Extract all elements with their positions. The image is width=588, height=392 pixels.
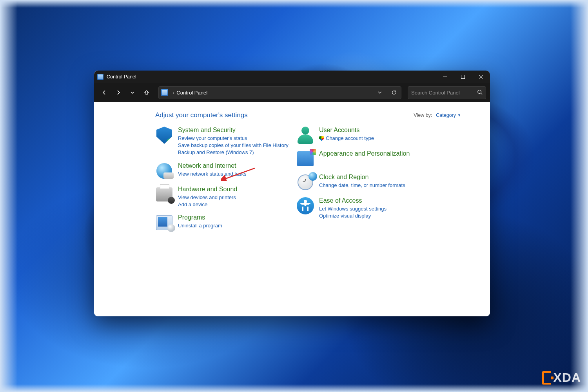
category-appearance-personalization: Appearance and Personalization: [296, 150, 434, 168]
category-title[interactable]: User Accounts: [319, 126, 374, 134]
category-title[interactable]: Network and Internet: [178, 162, 247, 170]
appearance-icon: [296, 150, 314, 168]
address-dropdown-button[interactable]: [373, 87, 387, 99]
navigation-bar: › Control Panel Search Control Panel: [94, 83, 490, 102]
printer-icon: [155, 185, 173, 203]
search-icon: [477, 89, 483, 96]
uac-shield-icon: [319, 136, 324, 141]
maximize-button[interactable]: [454, 71, 472, 83]
forward-button[interactable]: [112, 86, 125, 99]
shield-icon: [155, 126, 173, 144]
link-file-history[interactable]: Save backup copies of your files with Fi…: [178, 142, 289, 149]
breadcrumb-control-panel[interactable]: Control Panel: [176, 90, 207, 96]
back-button[interactable]: [98, 86, 111, 99]
address-bar-icon: [161, 89, 168, 96]
globe-icon: [155, 162, 173, 180]
link-review-status[interactable]: Review your computer's status: [178, 135, 289, 142]
link-change-account-type[interactable]: Change account type: [319, 135, 374, 142]
view-by-label: View by:: [414, 113, 432, 118]
address-bar[interactable]: › Control Panel: [158, 86, 401, 99]
control-panel-icon: [97, 74, 103, 80]
xda-watermark: XDA: [542, 370, 581, 385]
titlebar: Control Panel: [94, 71, 490, 83]
category-title[interactable]: System and Security: [178, 126, 289, 134]
view-by-control: View by: Category ▼: [414, 113, 461, 118]
svg-rect-1: [461, 75, 465, 79]
watermark-text: XDA: [553, 370, 581, 385]
window-title: Control Panel: [107, 74, 136, 80]
view-by-dropdown[interactable]: Category ▼: [436, 113, 461, 118]
category-ease-of-access: Ease of Access Let Windows suggest setti…: [296, 197, 434, 220]
clock-icon: [296, 173, 314, 191]
category-title[interactable]: Hardware and Sound: [178, 185, 237, 193]
category-system-security: System and Security Review your computer…: [155, 126, 292, 156]
xda-logo-icon: [542, 371, 551, 385]
link-backup-restore[interactable]: Backup and Restore (Windows 7): [178, 149, 289, 156]
svg-line-5: [481, 93, 483, 94]
chevron-down-icon: ▼: [457, 113, 461, 117]
recent-locations-button[interactable]: [126, 86, 139, 99]
svg-point-4: [478, 90, 481, 93]
link-suggest-settings[interactable]: Let Windows suggest settings: [319, 205, 387, 212]
chevron-right-icon: ›: [173, 91, 174, 95]
link-uninstall-program[interactable]: Uninstall a program: [178, 222, 222, 229]
control-panel-window: Control Panel › Control Panel: [94, 71, 490, 316]
link-add-device[interactable]: Add a device: [178, 201, 237, 208]
category-programs: Programs Uninstall a program: [155, 214, 292, 232]
page-heading: Adjust your computer's settings: [155, 111, 414, 119]
link-network-status[interactable]: View network status and tasks: [178, 171, 247, 178]
category-clock-region: Clock and Region Change date, time, or n…: [296, 173, 434, 191]
content-area: Adjust your computer's settings View by:…: [94, 102, 490, 316]
refresh-button[interactable]: [387, 87, 401, 99]
programs-icon: [155, 214, 173, 232]
minimize-button[interactable]: [436, 71, 454, 83]
category-user-accounts: User Accounts Change account type: [296, 126, 434, 144]
category-grid: System and Security Review your computer…: [155, 126, 478, 232]
search-input[interactable]: Search Control Panel: [408, 86, 486, 99]
category-network-internet: Network and Internet View network status…: [155, 162, 292, 180]
category-hardware-sound: Hardware and Sound View devices and prin…: [155, 185, 292, 208]
search-placeholder: Search Control Panel: [411, 90, 477, 96]
up-button[interactable]: [140, 86, 153, 99]
category-title[interactable]: Programs: [178, 214, 222, 221]
category-title[interactable]: Appearance and Personalization: [319, 150, 410, 158]
link-change-date-time[interactable]: Change date, time, or number formats: [319, 182, 405, 189]
ease-of-access-icon: [296, 197, 314, 215]
category-title[interactable]: Ease of Access: [319, 197, 387, 205]
user-icon: [296, 126, 314, 144]
link-optimize-display[interactable]: Optimize visual display: [319, 212, 387, 220]
close-button[interactable]: [472, 71, 490, 83]
link-devices-printers[interactable]: View devices and printers: [178, 194, 237, 201]
category-title[interactable]: Clock and Region: [319, 173, 405, 181]
